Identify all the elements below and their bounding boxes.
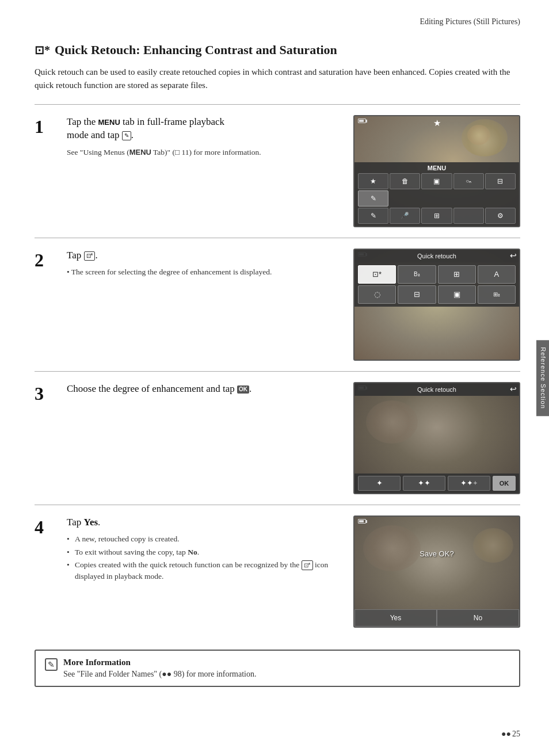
battery-icon-1 [358, 119, 366, 123]
more-info-box: ✎ More Information See "File and Folder … [35, 650, 520, 687]
menu-cell-on[interactable]: ○ₙ [453, 173, 484, 189]
step-2-screen: Quick retouch ↩ ⊡* B₂ ⊞ A ◌ ⊟ ▣ ⊞₂ [353, 249, 520, 361]
edit-icon-inline: ✎ [122, 131, 131, 140]
quick-retouch-icon-inline: ⊡* [84, 251, 96, 261]
page-header: Editing Pictures (Still Pictures) [35, 17, 520, 31]
camera-screen-4: Save OK? Yes No [353, 516, 520, 628]
step-4-content: Tap Yes. A new, retouched copy is create… [67, 516, 342, 584]
quick-retouch-title-bar: Quick retouch ↩ [354, 250, 519, 262]
ok-button-screen[interactable]: OK [493, 476, 516, 491]
qr-icon-quick-retouch[interactable]: ⊡* [358, 265, 396, 284]
step-2-row: 2 Tap ⊡*. • The screen for selecting the… [35, 238, 520, 371]
menu-cell-trash[interactable]: 🗑 [390, 173, 420, 189]
pencil-icon: ✎ [45, 658, 58, 671]
menu-grid-row2: ✎ 🎤 ⊞ ⚙ [358, 208, 516, 224]
save-ok-label: Save OK? [354, 549, 519, 558]
step-1-number: 1 [35, 115, 55, 136]
menu-grid-row1: ★ 🗑 ▣ ○ₙ ⊟ ✎ [358, 173, 516, 207]
menu-cell-star[interactable]: ★ [358, 173, 388, 189]
more-info-title: More Information [63, 658, 257, 667]
more-info-text: See "File and Folder Names" (●● 98) for … [63, 670, 257, 679]
menu-cell-edit[interactable]: ✎ [358, 190, 388, 207]
more-info-icon: ✎ [45, 658, 58, 674]
step-4-bullets: A new, retouched copy is created. To exi… [67, 533, 342, 582]
bullet-3: Copies created with the quick retouch fu… [67, 559, 342, 583]
step-1-main-text: Tap the MENU tab in full-frame playback … [67, 115, 342, 143]
bullet-1: A new, retouched copy is created. [67, 533, 342, 545]
qr-icon-camera[interactable]: ⊟ [398, 285, 436, 304]
yes-text: Yes [84, 517, 98, 528]
svg-text:✎: ✎ [48, 660, 55, 669]
degree-low[interactable]: ✦ [358, 476, 401, 491]
quick-retouch-title-icon: ⊡* [35, 43, 50, 57]
qr-icon-expand[interactable]: ⊞₂ [478, 285, 516, 304]
menu-cell-photo[interactable]: ▣ [421, 173, 452, 189]
degree-bar: ✦ ✦✦ ✦✦+ OK [354, 474, 519, 493]
menu-cell-edit2[interactable]: ✎ [358, 208, 388, 224]
star-label-1: ★ [433, 118, 441, 128]
menu-cell-settings[interactable]: ⚙ [485, 208, 516, 224]
yes-button[interactable]: Yes [354, 609, 437, 627]
step-2-content: Tap ⊡*. • The screen for selecting the d… [67, 249, 342, 278]
step-4-screen: Save OK? Yes No [353, 516, 520, 628]
qr-icons-row2: ◌ ⊟ ▣ ⊞₂ [358, 285, 516, 304]
degree-title-text: Quick retouch [417, 386, 456, 393]
page-number-prefix: ●● [501, 730, 511, 739]
menu-keyword: MENU [98, 118, 120, 127]
no-button[interactable]: No [437, 609, 519, 627]
step-1-sub-text: See "Using Menus (MENU Tab)" (□ 11) for … [67, 147, 342, 158]
back-button-3[interactable]: ↩ [510, 384, 517, 394]
step-3-row: 3 Choose the degree of enhancement and t… [35, 371, 520, 505]
menu-label: MENU [358, 165, 516, 171]
camera-screen-1: ★ MENU ★ 🗑 ▣ ○ₙ ⊟ ✎ ✎ 🎤 ⊞ [353, 115, 520, 227]
degree-high[interactable]: ✦✦+ [448, 476, 490, 491]
more-info-content: More Information See "File and Folder Na… [63, 658, 257, 679]
menu-cell-print[interactable]: ⊟ [485, 173, 516, 189]
back-button-2[interactable]: ↩ [510, 251, 517, 261]
step-2-main-text: Tap ⊡*. [67, 249, 342, 262]
reference-section-tab: Reference Section [536, 340, 549, 416]
step-4-number: 4 [35, 516, 55, 536]
menu-cell-empty1 [453, 208, 484, 224]
save-bar: Yes No [354, 609, 519, 627]
page-footer: ●● 25 [501, 730, 520, 739]
step-2-number: 2 [35, 249, 55, 269]
step-3-content: Choose the degree of enhancement and tap… [67, 382, 342, 400]
degree-title-bar: Quick retouch ↩ [354, 383, 519, 396]
qr-icon-ref: ⊡* [302, 560, 313, 570]
step-3-main-text: Choose the degree of enhancement and tap… [67, 382, 342, 396]
step-3-number: 3 [35, 382, 55, 403]
step-4-main-text: Tap Yes. [67, 516, 342, 529]
menu-overlay: MENU ★ 🗑 ▣ ○ₙ ⊟ ✎ ✎ 🎤 ⊞ ⚙ [354, 162, 519, 226]
bullet-2: To exit without saving the copy, tap No. [67, 547, 342, 558]
page-title: ⊡* Quick Retouch: Enhancing Contrast and… [35, 43, 520, 58]
qr-icon-b2[interactable]: B₂ [398, 265, 436, 284]
menu-cell-mic[interactable]: 🎤 [390, 208, 420, 224]
page-container: Reference Section Editing Pictures (Stil… [0, 0, 549, 756]
step-4-row: 4 Tap Yes. A new, retouched copy is crea… [35, 505, 520, 638]
qr-icon-grid[interactable]: ⊞ [438, 265, 476, 284]
page-number: 25 [512, 730, 520, 739]
qr-icon-text[interactable]: A [478, 265, 516, 284]
camera-screen-3: Quick retouch ↩ ✦ ✦✦ ✦✦+ OK [353, 382, 520, 494]
degree-medium[interactable]: ✦✦ [403, 476, 445, 491]
step-3-screen: Quick retouch ↩ ✦ ✦✦ ✦✦+ OK [353, 382, 520, 494]
step-1-screen: ★ MENU ★ 🗑 ▣ ○ₙ ⊟ ✎ ✎ 🎤 ⊞ [353, 115, 520, 227]
qr-icons-overlay: ⊡* B₂ ⊞ A ◌ ⊟ ▣ ⊞₂ [354, 262, 519, 307]
qr-icon-circle[interactable]: ◌ [358, 285, 396, 304]
step-1-row: 1 Tap the MENU tab in full-frame playbac… [35, 104, 520, 238]
qr-icons-row1: ⊡* B₂ ⊞ A [358, 265, 516, 284]
menu-cell-expand[interactable]: ⊞ [421, 208, 452, 224]
qr-icon-square[interactable]: ▣ [438, 285, 476, 304]
intro-text: Quick retouch can be used to easily crea… [35, 66, 520, 93]
quick-retouch-title-text: Quick retouch [417, 253, 456, 259]
ok-button-inline: OK [237, 385, 249, 394]
battery-icon-4 [358, 519, 366, 524]
camera-screen-2: Quick retouch ↩ ⊡* B₂ ⊞ A ◌ ⊟ ▣ ⊞₂ [353, 249, 520, 361]
step-2-sub-text: • The screen for selecting the degree of… [67, 266, 342, 278]
step-1-content: Tap the MENU tab in full-frame playback … [67, 115, 342, 159]
